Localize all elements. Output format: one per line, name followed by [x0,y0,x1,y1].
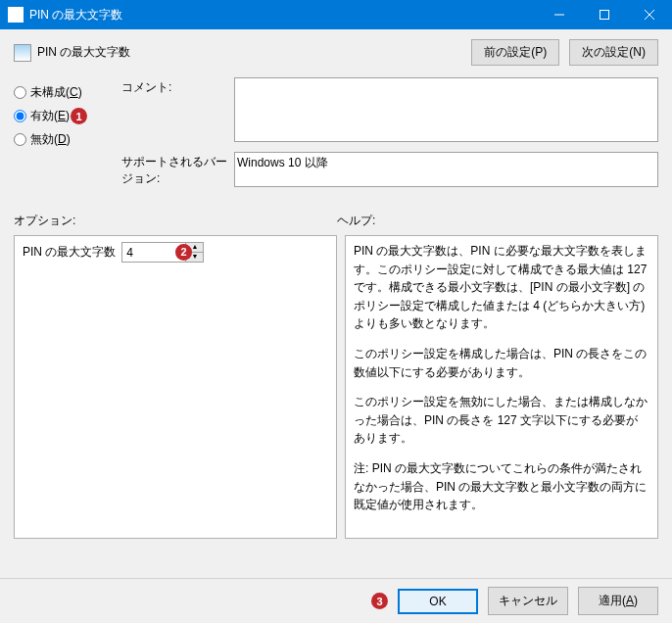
supported-on-label: サポートされるバージョン: [121,152,234,187]
state-radio-group: 未構成(C) 有効(E) 1 無効(D) [14,77,121,197]
not-configured-radio[interactable] [14,86,26,99]
previous-setting-button[interactable]: 前の設定(P) [471,39,559,66]
policy-icon [14,44,31,62]
close-button[interactable] [627,0,672,29]
help-paragraph: このポリシー設定を無効にした場合、または構成しなかった場合は、PIN の長さを … [354,393,649,448]
annotation-marker-3: 3 [371,593,388,609]
header-row: PIN の最大文字数 前の設定(P) 次の設定(N) [14,39,658,66]
config-area: 未構成(C) 有効(E) 1 無効(D) コメント: サポートされるバージョン: [14,77,658,197]
supported-on-text [234,152,658,187]
disabled-label: 無効(D) [30,131,71,148]
apply-button[interactable]: 適用(A) [578,587,658,615]
content-area: PIN の最大文字数 前の設定(P) 次の設定(N) 未構成(C) 有効(E) … [0,29,672,578]
help-section-label: ヘルプ: [337,213,375,229]
minimize-button[interactable] [537,0,582,29]
svg-rect-1 [600,11,609,20]
options-panel: PIN の最大文字数 ▲ ▼ 2 [14,235,337,539]
maximize-button[interactable] [582,0,627,29]
dialog-footer: 3 OK キャンセル 適用(A) [0,578,672,623]
titlebar: PIN の最大文字数 [0,0,672,29]
comment-label: コメント: [121,77,234,142]
page-title: PIN の最大文字数 [37,44,471,61]
annotation-marker-2: 2 [175,244,192,261]
enabled-label: 有効(E) [30,108,70,124]
next-setting-button[interactable]: 次の設定(N) [569,39,658,66]
cancel-button[interactable]: キャンセル [488,587,568,615]
options-section-label: オプション: [14,213,337,229]
enabled-radio[interactable] [14,110,26,122]
window-title: PIN の最大文字数 [29,7,537,24]
help-panel: PIN の最大文字数は、PIN に必要な最大文字数を表します。このポリシー設定に… [345,235,658,539]
comment-textarea[interactable] [234,77,658,142]
ok-button[interactable]: OK [398,589,478,614]
annotation-marker-1: 1 [71,108,87,124]
app-icon [8,7,24,23]
max-pin-length-label: PIN の最大文字数 [23,243,116,262]
help-paragraph: このポリシー設定を構成した場合は、PIN の長さをこの数値以下にする必要がありま… [354,345,649,381]
disabled-radio[interactable] [14,133,26,146]
help-paragraph: 注: PIN の最大文字数についてこれらの条件が満たされなかった場合、PIN の… [354,459,649,514]
help-paragraph: PIN の最大文字数は、PIN に必要な最大文字数を表します。このポリシー設定に… [354,242,649,333]
not-configured-label: 未構成(C) [30,84,82,101]
